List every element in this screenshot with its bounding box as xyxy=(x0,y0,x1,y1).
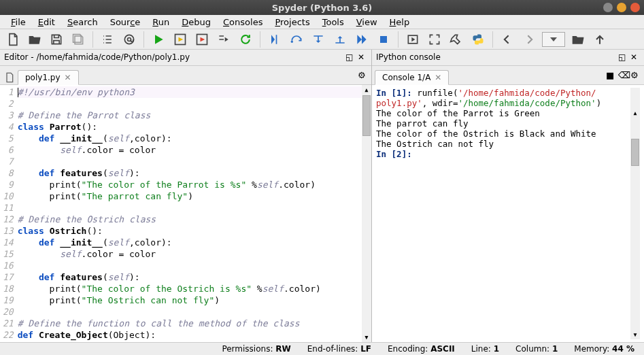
save-file-icon[interactable] xyxy=(48,31,65,48)
clear-icon[interactable]: ⌫ xyxy=(618,70,628,80)
menu-tools[interactable]: Tools xyxy=(317,16,350,29)
menu-consoles[interactable]: Consoles xyxy=(218,16,268,29)
console-output[interactable]: In [1]: runfile('/home/fahmida/code/Pyth… xyxy=(372,85,644,342)
status-column: Column: 1 xyxy=(515,344,558,354)
settings-icon[interactable]: ⚙ xyxy=(630,70,640,80)
close-pane-icon[interactable]: ✕ xyxy=(630,52,640,62)
stop-icon[interactable]: ■ xyxy=(606,70,615,80)
editor-pane-title: Editor - /home/fahmida/code/Python/poly1… xyxy=(4,52,345,62)
fullscreen-icon[interactable] xyxy=(426,31,443,48)
menu-search[interactable]: Search xyxy=(62,16,103,29)
forward-icon[interactable] xyxy=(520,31,538,48)
preferences-icon[interactable] xyxy=(447,31,465,48)
svg-point-0 xyxy=(124,35,133,44)
step-out-icon[interactable] xyxy=(331,31,349,48)
file-tab-icon[interactable] xyxy=(3,71,16,84)
toolbar xyxy=(0,29,644,50)
list-icon[interactable] xyxy=(99,31,116,48)
line-number-gutter: 12345678910111213141516171819202122 xyxy=(0,85,18,342)
svg-rect-5 xyxy=(380,36,387,43)
status-encoding: Encoding: ASCII xyxy=(388,344,455,354)
debug-continue-icon[interactable] xyxy=(353,31,371,48)
maximize-button[interactable] xyxy=(617,3,626,12)
toolbar-sep xyxy=(143,31,144,48)
svg-point-4 xyxy=(291,40,293,42)
close-pane-icon[interactable]: ✕ xyxy=(358,52,367,62)
close-window-button[interactable] xyxy=(630,3,640,12)
console-pane-header: IPython console ◱ ✕ xyxy=(372,50,644,66)
new-file-icon[interactable] xyxy=(4,31,22,48)
close-tab-icon[interactable]: ✕ xyxy=(435,73,441,82)
toolbar-sep xyxy=(398,31,399,48)
tab-label: poly1.py xyxy=(25,73,61,82)
status-memory: Memory: 44 % xyxy=(574,344,634,354)
titlebar: Spyder (Python 3.6) xyxy=(0,0,644,15)
debug-stop-icon[interactable] xyxy=(375,31,392,48)
code-editor[interactable]: 12345678910111213141516171819202122 #!/u… xyxy=(0,85,371,342)
status-permissions: Permissions: RW xyxy=(222,344,290,354)
statusbar: Permissions: RW End-of-lines: LF Encodin… xyxy=(0,342,644,355)
menu-edit[interactable]: Edit xyxy=(33,16,61,29)
window-icon[interactable] xyxy=(404,31,422,48)
menu-source[interactable]: Source xyxy=(105,16,146,29)
console-pane-title: IPython console xyxy=(376,52,618,62)
workdir-dropdown[interactable] xyxy=(542,32,565,47)
toolbar-sep xyxy=(260,31,260,48)
debug-play-icon[interactable] xyxy=(266,31,284,48)
undock-icon[interactable]: ◱ xyxy=(345,52,355,62)
settings-icon[interactable]: ⚙ xyxy=(358,70,367,80)
rerun-icon[interactable] xyxy=(237,31,254,48)
menu-file[interactable]: File xyxy=(5,16,31,29)
menu-help[interactable]: Help xyxy=(384,16,416,29)
menubar: FileEditSearchSourceRunDebugConsolesProj… xyxy=(0,15,644,29)
python-icon[interactable] xyxy=(469,31,487,48)
run-cell-icon[interactable] xyxy=(171,31,189,48)
menu-view[interactable]: View xyxy=(351,16,383,29)
menu-debug[interactable]: Debug xyxy=(176,16,216,29)
editor-tab[interactable]: poly1.py ✕ xyxy=(18,70,79,85)
run-icon[interactable] xyxy=(150,31,167,48)
save-all-icon[interactable] xyxy=(69,31,87,48)
console-pane: IPython console ◱ ✕ Console 1/A ✕ ■ ⌫ ⚙ … xyxy=(372,50,644,342)
step-into-icon[interactable] xyxy=(309,31,327,48)
at-icon[interactable] xyxy=(120,31,138,48)
parent-dir-icon[interactable] xyxy=(591,31,609,48)
main-area: Editor - /home/fahmida/code/Python/poly1… xyxy=(0,50,644,342)
step-over-icon[interactable] xyxy=(288,31,305,48)
menu-run[interactable]: Run xyxy=(147,16,175,29)
editor-pane-header: Editor - /home/fahmida/code/Python/poly1… xyxy=(0,50,371,66)
tab-label: Console 1/A xyxy=(382,73,430,82)
code-lines[interactable]: #!/usr/bin/env python3 # Define the Parr… xyxy=(18,85,362,342)
run-cell-advance-icon[interactable] xyxy=(193,31,211,48)
menu-projects[interactable]: Projects xyxy=(269,16,315,29)
console-tab[interactable]: Console 1/A ✕ xyxy=(375,70,449,85)
status-eol: End-of-lines: LF xyxy=(307,344,371,354)
console-tabs: Console 1/A ✕ ■ ⌫ ⚙ xyxy=(372,66,644,85)
browse-dir-icon[interactable] xyxy=(569,31,587,48)
editor-pane: Editor - /home/fahmida/code/Python/poly1… xyxy=(0,50,372,342)
minimize-button[interactable] xyxy=(603,3,613,12)
toolbar-sep xyxy=(492,31,493,48)
open-file-icon[interactable] xyxy=(26,31,44,48)
back-icon[interactable] xyxy=(498,31,516,48)
run-selection-icon[interactable] xyxy=(215,31,233,48)
vertical-scrollbar[interactable]: ▴ ▾ xyxy=(630,88,640,339)
window-title: Spyder (Python 3.6) xyxy=(272,3,373,13)
close-tab-icon[interactable]: ✕ xyxy=(65,73,71,82)
window-controls xyxy=(603,3,640,12)
toolbar-sep xyxy=(92,31,93,48)
undock-icon[interactable]: ◱ xyxy=(618,52,628,62)
editor-tabs: poly1.py ✕ ⚙ xyxy=(0,66,371,85)
vertical-scrollbar[interactable]: ▴ ▾ xyxy=(362,85,371,342)
status-line: Line: 1 xyxy=(471,344,499,354)
